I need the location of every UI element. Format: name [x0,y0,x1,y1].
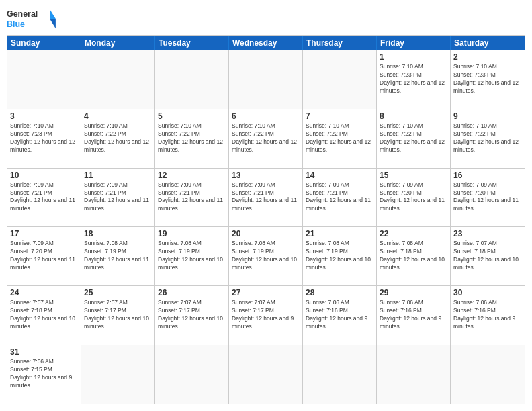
day-number: 1 [380,52,447,62]
cell-info: Sunrise: 7:10 AMSunset: 7:22 PMDaylight:… [453,122,522,154]
day-number: 30 [453,288,522,298]
calendar-row-0: 1Sunrise: 7:10 AMSunset: 7:23 PMDaylight… [7,50,525,109]
cell-info: Sunrise: 7:08 AMSunset: 7:19 PMDaylight:… [158,240,226,272]
day-cell-8: 8Sunrise: 7:10 AMSunset: 7:22 PMDaylight… [377,109,451,168]
header: General Blue [7,7,525,31]
empty-cell [7,50,81,109]
day-cell-27: 27Sunrise: 7:07 AMSunset: 7:17 PMDayligh… [229,286,303,345]
day-number: 11 [84,171,152,180]
day-cell-20: 20Sunrise: 7:08 AMSunset: 7:19 PMDayligh… [229,227,303,285]
svg-marker-2 [50,9,56,19]
empty-cell [303,50,377,109]
header-cell-thursday: Thursday [303,36,377,50]
calendar-row-4: 24Sunrise: 7:07 AMSunset: 7:18 PMDayligh… [7,285,525,345]
day-number: 24 [10,288,78,298]
cell-info: Sunrise: 7:06 AMSunset: 7:16 PMDaylight:… [453,299,522,331]
header-cell-saturday: Saturday [451,36,525,50]
day-cell-24: 24Sunrise: 7:07 AMSunset: 7:18 PMDayligh… [7,286,81,345]
cell-info: Sunrise: 7:07 AMSunset: 7:18 PMDaylight:… [453,240,522,272]
day-number: 3 [10,111,78,121]
day-cell-2: 2Sunrise: 7:10 AMSunset: 7:23 PMDaylight… [451,50,525,109]
day-cell-28: 28Sunrise: 7:06 AMSunset: 7:16 PMDayligh… [303,286,377,345]
svg-text:Blue: Blue [7,19,25,29]
day-cell-29: 29Sunrise: 7:06 AMSunset: 7:16 PMDayligh… [377,286,451,345]
cell-info: Sunrise: 7:10 AMSunset: 7:23 PMDaylight:… [453,63,522,95]
cell-info: Sunrise: 7:07 AMSunset: 7:17 PMDaylight:… [84,299,152,331]
day-number: 7 [306,111,373,121]
day-cell-6: 6Sunrise: 7:10 AMSunset: 7:22 PMDaylight… [229,109,303,168]
empty-cell [155,345,229,404]
empty-cell [229,345,303,404]
day-number: 8 [380,111,447,121]
day-number: 29 [380,288,447,298]
cell-info: Sunrise: 7:07 AMSunset: 7:17 PMDaylight:… [232,299,300,331]
day-number: 4 [84,111,152,121]
empty-cell [81,345,155,404]
day-cell-4: 4Sunrise: 7:10 AMSunset: 7:22 PMDaylight… [81,109,155,168]
header-cell-friday: Friday [377,36,451,50]
day-cell-21: 21Sunrise: 7:08 AMSunset: 7:19 PMDayligh… [303,227,377,285]
day-number: 2 [453,52,522,62]
day-number: 16 [453,171,522,180]
day-cell-1: 1Sunrise: 7:10 AMSunset: 7:23 PMDaylight… [377,50,451,109]
day-number: 26 [158,288,226,298]
cell-info: Sunrise: 7:08 AMSunset: 7:19 PMDaylight:… [232,240,300,272]
day-number: 22 [380,229,447,238]
cell-info: Sunrise: 7:09 AMSunset: 7:21 PMDaylight:… [10,181,78,214]
day-number: 6 [232,111,300,121]
day-number: 10 [10,171,78,180]
cell-info: Sunrise: 7:06 AMSunset: 7:16 PMDaylight:… [306,299,373,331]
day-cell-12: 12Sunrise: 7:09 AMSunset: 7:21 PMDayligh… [155,169,229,227]
logo: General Blue [7,7,60,31]
cell-info: Sunrise: 7:10 AMSunset: 7:23 PMDaylight:… [380,63,447,95]
day-cell-17: 17Sunrise: 7:09 AMSunset: 7:20 PMDayligh… [7,227,81,285]
day-number: 13 [232,171,300,180]
day-cell-14: 14Sunrise: 7:09 AMSunset: 7:21 PMDayligh… [303,169,377,227]
calendar-row-2: 10Sunrise: 7:09 AMSunset: 7:21 PMDayligh… [7,168,525,227]
header-cell-monday: Monday [81,36,155,50]
day-cell-3: 3Sunrise: 7:10 AMSunset: 7:23 PMDaylight… [7,109,81,168]
calendar-row-1: 3Sunrise: 7:10 AMSunset: 7:23 PMDaylight… [7,109,525,168]
cell-info: Sunrise: 7:08 AMSunset: 7:19 PMDaylight:… [84,240,152,272]
cell-info: Sunrise: 7:10 AMSunset: 7:22 PMDaylight:… [380,122,447,154]
empty-cell [303,345,377,404]
cell-info: Sunrise: 7:06 AMSunset: 7:16 PMDaylight:… [380,299,447,331]
day-cell-18: 18Sunrise: 7:08 AMSunset: 7:19 PMDayligh… [81,227,155,285]
cell-info: Sunrise: 7:10 AMSunset: 7:22 PMDaylight:… [84,122,152,154]
empty-cell [155,50,229,109]
day-number: 21 [306,229,373,238]
day-cell-13: 13Sunrise: 7:09 AMSunset: 7:21 PMDayligh… [229,169,303,227]
svg-text:General: General [7,9,38,19]
cell-info: Sunrise: 7:09 AMSunset: 7:20 PMDaylight:… [380,181,447,214]
day-cell-15: 15Sunrise: 7:09 AMSunset: 7:20 PMDayligh… [377,169,451,227]
day-cell-31: 31Sunrise: 7:06 AMSunset: 7:15 PMDayligh… [7,345,81,404]
day-cell-25: 25Sunrise: 7:07 AMSunset: 7:17 PMDayligh… [81,286,155,345]
cell-info: Sunrise: 7:10 AMSunset: 7:22 PMDaylight:… [158,122,226,154]
cell-info: Sunrise: 7:07 AMSunset: 7:17 PMDaylight:… [158,299,226,331]
header-cell-sunday: Sunday [7,36,81,50]
calendar-row-3: 17Sunrise: 7:09 AMSunset: 7:20 PMDayligh… [7,226,525,285]
day-number: 23 [453,229,522,238]
day-number: 17 [10,229,78,238]
empty-cell [81,50,155,109]
header-cell-wednesday: Wednesday [229,36,303,50]
cell-info: Sunrise: 7:10 AMSunset: 7:22 PMDaylight:… [306,122,373,154]
cell-info: Sunrise: 7:07 AMSunset: 7:18 PMDaylight:… [10,299,78,331]
calendar-row-5: 31Sunrise: 7:06 AMSunset: 7:15 PMDayligh… [7,345,525,404]
day-number: 25 [84,288,152,298]
day-cell-10: 10Sunrise: 7:09 AMSunset: 7:21 PMDayligh… [7,169,81,227]
header-cell-tuesday: Tuesday [155,36,229,50]
day-number: 5 [158,111,226,121]
cell-info: Sunrise: 7:08 AMSunset: 7:19 PMDaylight:… [306,240,373,272]
calendar-header-row: SundayMondayTuesdayWednesdayThursdayFrid… [7,36,525,50]
empty-cell [229,50,303,109]
cell-info: Sunrise: 7:09 AMSunset: 7:20 PMDaylight:… [453,181,522,214]
cell-info: Sunrise: 7:09 AMSunset: 7:21 PMDaylight:… [232,181,300,214]
cell-info: Sunrise: 7:10 AMSunset: 7:23 PMDaylight:… [10,122,78,154]
cell-info: Sunrise: 7:08 AMSunset: 7:18 PMDaylight:… [380,240,447,272]
empty-cell [451,345,525,404]
day-number: 18 [84,229,152,238]
day-number: 14 [306,171,373,180]
day-cell-22: 22Sunrise: 7:08 AMSunset: 7:18 PMDayligh… [377,227,451,285]
day-cell-30: 30Sunrise: 7:06 AMSunset: 7:16 PMDayligh… [451,286,525,345]
